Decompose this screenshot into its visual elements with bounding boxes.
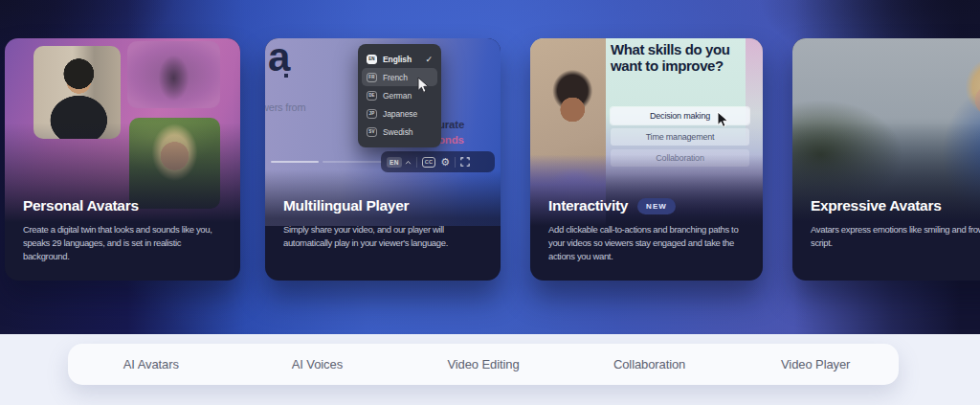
language-option-japanese[interactable]: JP Japanese	[362, 104, 437, 123]
card-description: Simply share your video, and our player …	[283, 223, 491, 250]
feature-card-expressive-avatars[interactable]: Expressive Avatars Avatars express emoti…	[792, 38, 980, 281]
video-progress-track[interactable]	[323, 161, 382, 163]
new-badge: NEW	[637, 198, 676, 214]
language-badge-fr: FR	[367, 73, 377, 82]
avatar-photo-blurred-man	[127, 41, 220, 108]
desc-line: Simply share your video, and our player …	[283, 223, 491, 236]
tab-video-player[interactable]: Video Player	[732, 357, 899, 371]
tab-video-editing[interactable]: Video Editing	[400, 357, 567, 371]
mouse-cursor-icon	[416, 77, 430, 94]
player-control-bar: EN CC ⚙	[381, 151, 495, 172]
card-description: Create a digital twin that looks and sou…	[23, 223, 231, 263]
avatar-photo-woman-outdoors	[129, 118, 220, 209]
language-badge-en: EN	[367, 55, 377, 64]
question-line: want to improve?	[611, 57, 729, 74]
background-caption-letter: a	[268, 38, 289, 80]
language-badge-sv: SV	[367, 127, 377, 137]
desc-line: script.	[811, 236, 980, 250]
card-description: Add clickable call-to-actions and branch…	[548, 223, 753, 263]
card-text-block: Interactivity NEW Add clickable call-to-…	[548, 197, 753, 263]
mouse-cursor-icon	[716, 111, 729, 128]
video-progress-bar[interactable]	[271, 161, 319, 163]
desc-line: speaks 29 languages, and is set in reali…	[23, 236, 231, 250]
desc-line: Create a digital twin that looks and sou…	[23, 223, 231, 236]
desc-line: actions you want.	[548, 250, 753, 263]
control-divider	[416, 157, 417, 168]
checkmark-icon: ✓	[425, 55, 433, 64]
control-divider	[455, 157, 456, 168]
card-description: Avatars express emotions like smiling an…	[811, 223, 980, 250]
avatar-photo-man	[33, 46, 121, 139]
language-selector-button[interactable]: EN	[387, 157, 412, 168]
language-label: Japanese	[383, 109, 417, 119]
captions-icon[interactable]: CC	[422, 157, 436, 168]
feature-card-multilingual-player[interactable]: a wers from urate onds EN CC ⚙	[265, 38, 501, 281]
card-text-block: Personal Avatars Create a digital twin t…	[23, 197, 231, 263]
card-title: Expressive Avatars	[811, 197, 942, 214]
language-dropdown-menu: EN English ✓ FR French DE German JP Japa…	[358, 44, 441, 147]
language-option-swedish[interactable]: SV Swedish	[362, 123, 437, 141]
caption-fragment-left: wers from	[265, 101, 305, 113]
tab-ai-avatars[interactable]: AI Avatars	[68, 357, 234, 371]
language-label: German	[383, 91, 412, 101]
language-badge-jp: JP	[367, 109, 377, 119]
settings-gear-icon[interactable]: ⚙	[440, 157, 450, 168]
tab-ai-voices[interactable]: AI Voices	[234, 357, 401, 371]
language-badge-de: DE	[367, 91, 377, 101]
footer-section: AI Avatars AI Voices Video Editing Colla…	[0, 334, 980, 405]
card-title: Interactivity	[548, 197, 628, 214]
tab-collaboration[interactable]: Collaboration	[567, 357, 733, 371]
quiz-option-time-management[interactable]: Time management	[611, 128, 749, 146]
caption-fragment-right-1: urate	[438, 119, 464, 130]
chevron-up-icon	[405, 159, 412, 166]
language-code-pill: EN	[387, 157, 402, 168]
card-title: Multilingual Player	[283, 197, 409, 214]
desc-line: Add clickable call-to-actions and branch…	[548, 223, 753, 236]
feature-card-personal-avatars[interactable]: Personal Avatars Create a digital twin t…	[5, 38, 240, 281]
caption-dot	[284, 74, 288, 78]
fullscreen-icon[interactable]	[460, 157, 470, 167]
card-title: Personal Avatars	[23, 197, 139, 214]
feature-tab-bar: AI Avatars AI Voices Video Editing Colla…	[68, 344, 899, 385]
quiz-question: What skills do you want to improve?	[611, 41, 729, 74]
caption-fragment-right-2: onds	[438, 134, 464, 146]
feature-carousel-section: Personal Avatars Create a digital twin t…	[0, 0, 980, 405]
language-label: Swedish	[383, 127, 412, 137]
desc-line: Avatars express emotions like smiling an…	[811, 223, 980, 236]
pink-edge-glow	[746, 38, 763, 163]
feature-card-interactivity[interactable]: What skills do you want to improve? Deci…	[530, 38, 763, 281]
card-text-block: Multilingual Player Simply share your vi…	[283, 197, 491, 250]
language-option-english[interactable]: EN English ✓	[362, 50, 437, 68]
quiz-option-collaboration[interactable]: Collaboration	[611, 149, 749, 167]
card-text-block: Expressive Avatars Avatars express emoti…	[811, 197, 980, 250]
desc-line: background.	[23, 250, 231, 263]
language-label: French	[383, 73, 408, 82]
language-label: English	[383, 55, 412, 64]
desc-line: your videos so viewers stay engaged and …	[548, 236, 753, 250]
question-line: What skills do you	[611, 41, 729, 57]
desc-line: automatically play in your viewer's lang…	[283, 236, 491, 250]
